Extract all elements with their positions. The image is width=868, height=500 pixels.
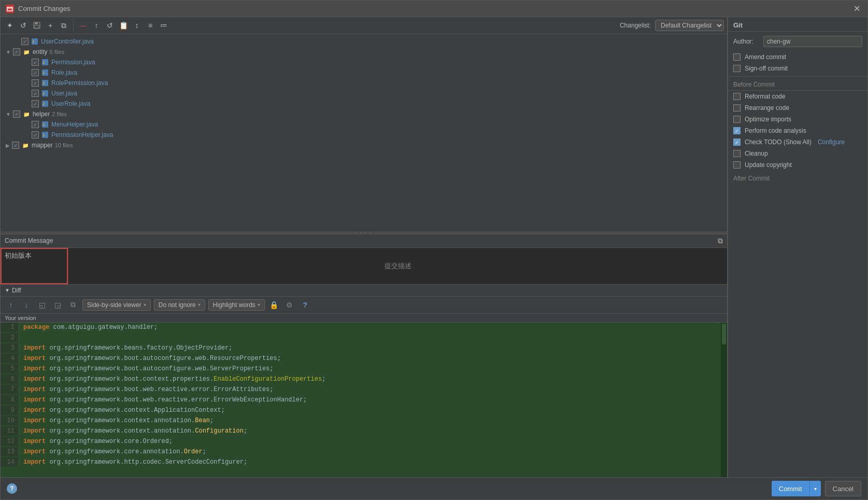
- code-text: import org.springframework.context.annot…: [19, 416, 218, 425]
- cleanup-checkbox[interactable]: [733, 150, 741, 157]
- line-num: 14: [1, 457, 19, 467]
- right-panel: Git Author: Amend commit Sign-off commit…: [728, 17, 867, 477]
- signoff-commit-checkbox[interactable]: [733, 65, 741, 72]
- up-btn[interactable]: ↑: [90, 19, 103, 32]
- scroll-bar[interactable]: [721, 323, 727, 478]
- diff-down-btn[interactable]: ↓: [20, 299, 33, 311]
- help-icon[interactable]: ?: [7, 483, 17, 494]
- signoff-commit-row[interactable]: Sign-off commit: [728, 63, 867, 74]
- checkbox-user[interactable]: [32, 90, 39, 97]
- check-todo-checkbox[interactable]: [733, 138, 741, 146]
- checkbox-userrole[interactable]: [32, 100, 39, 107]
- commit-button-main[interactable]: Commit: [772, 481, 810, 496]
- code-line-10: 10 import org.springframework.context.an…: [1, 416, 727, 426]
- rearrange-code-checkbox[interactable]: [733, 104, 741, 112]
- checkbox-usercontroller[interactable]: [21, 38, 29, 45]
- paste-btn[interactable]: 📋: [117, 19, 130, 32]
- code-text: package com.atguigu.gateway.handler;: [19, 323, 162, 332]
- folder-icon-mapper: 📁: [21, 141, 30, 149]
- diff-code-area[interactable]: 1 package com.atguigu.gateway.handler; 2…: [1, 323, 727, 478]
- code-text: import org.springframework.boot.web.reac…: [19, 385, 278, 394]
- diff-header: ▼ Diff: [1, 285, 727, 297]
- list-item[interactable]: J RolePermission.java: [1, 78, 727, 88]
- configure-link[interactable]: Configure: [818, 138, 845, 146]
- list-item[interactable]: J PermissionHelper.java: [1, 130, 727, 140]
- commit-button-arrow[interactable]: ▾: [810, 481, 821, 496]
- viewer-dropdown[interactable]: Side-by-side viewer ▾: [82, 299, 151, 311]
- commit-message-section: Commit Message ⧉ 初始版本 提交描述: [1, 234, 727, 284]
- perform-code-analysis-checkbox[interactable]: [733, 127, 741, 134]
- list-item[interactable]: J User.java: [1, 88, 727, 99]
- checkbox-permission[interactable]: [32, 59, 39, 66]
- svg-point-1: [8, 7, 9, 8]
- diff-next-btn[interactable]: ◲: [51, 299, 64, 311]
- diff-section: ▼ Diff ↑ ↓ ◱ ◲ ⧉ Side-by-side viewer ▾: [1, 284, 727, 478]
- checkbox-role[interactable]: [32, 69, 39, 76]
- list-item[interactable]: J Role.java: [1, 67, 727, 78]
- code-text: [19, 333, 27, 335]
- checkbox-permissionhelper[interactable]: [32, 131, 39, 138]
- checkbox-helper[interactable]: [13, 110, 20, 118]
- perform-code-analysis-row[interactable]: Perform code analysis: [728, 125, 867, 136]
- ignore-dropdown[interactable]: Do not ignore ▾: [154, 299, 205, 311]
- close-button[interactable]: ✕: [851, 4, 862, 13]
- rearrange-code-row[interactable]: Rearrange code: [728, 102, 867, 114]
- title-bar: Commit Changes ✕: [1, 1, 867, 17]
- java-file-icon: J: [41, 120, 49, 129]
- line-num: 10: [1, 416, 19, 425]
- code-content: 1 package com.atguigu.gateway.handler; 2…: [1, 323, 727, 468]
- commit-message-text: 初始版本: [5, 251, 32, 260]
- move-btn[interactable]: ↕: [131, 19, 143, 32]
- changelist-label: Changelist:: [620, 22, 651, 29]
- diff-up-btn[interactable]: ↑: [5, 299, 17, 311]
- checkbox-rolepermission[interactable]: [32, 79, 39, 87]
- list-item[interactable]: J Permission.java: [1, 57, 727, 67]
- lock-btn[interactable]: 🔒: [268, 299, 280, 311]
- help-btn[interactable]: ?: [299, 299, 311, 311]
- cancel-button[interactable]: Cancel: [825, 481, 861, 496]
- update-copyright-checkbox[interactable]: [733, 161, 741, 169]
- author-input[interactable]: [763, 36, 862, 47]
- reformat-code-checkbox[interactable]: [733, 93, 741, 100]
- filter-btn[interactable]: ≔: [158, 19, 170, 32]
- commit-button[interactable]: Commit ▾: [772, 481, 821, 496]
- code-line-2: 2: [1, 333, 727, 343]
- amend-commit-row[interactable]: Amend commit: [728, 51, 867, 63]
- list-item[interactable]: ▶ 📁 mapper 10 files: [1, 140, 727, 150]
- check-todo-row[interactable]: Check TODO (Show All) Configure: [728, 136, 867, 148]
- checkbox-menuhelper[interactable]: [32, 121, 39, 128]
- list-item[interactable]: J MenuHelper.java: [1, 119, 727, 130]
- list-item[interactable]: ▼ 📁 entity 5 files: [1, 47, 727, 57]
- diff-copy-btn[interactable]: ⧉: [67, 299, 79, 311]
- line-num: 13: [1, 447, 19, 456]
- diff-toggle[interactable]: ▼ Diff: [5, 287, 21, 294]
- folder-icon-helper: 📁: [22, 110, 31, 118]
- save-btn[interactable]: [31, 19, 43, 32]
- list-item[interactable]: J UserController.java: [1, 36, 727, 47]
- settings-btn[interactable]: ⚙: [283, 299, 296, 311]
- amend-commit-checkbox[interactable]: [733, 53, 741, 61]
- checkbox-entity[interactable]: [13, 48, 20, 55]
- add-btn[interactable]: ✦: [4, 19, 16, 32]
- update-copyright-row[interactable]: Update copyright: [728, 159, 867, 171]
- plus-btn[interactable]: +: [44, 19, 56, 32]
- highlight-dropdown[interactable]: Highlight words ▾: [208, 299, 265, 311]
- optimize-imports-row[interactable]: Optimize imports: [728, 114, 867, 125]
- list-item[interactable]: J UserRole.java: [1, 99, 727, 109]
- copy-btn[interactable]: ⧉: [58, 19, 70, 32]
- changelist-select[interactable]: Default Changelist: [655, 20, 724, 31]
- cleanup-row[interactable]: Cleanup: [728, 148, 867, 159]
- reformat-code-row[interactable]: Reformat code: [728, 91, 867, 102]
- file-tree[interactable]: J UserController.java ▼ 📁 entity 5 files…: [1, 34, 727, 231]
- remove-btn[interactable]: —: [77, 19, 89, 32]
- diff-prev-btn[interactable]: ◱: [36, 299, 48, 311]
- refresh-btn[interactable]: ↺: [17, 19, 30, 32]
- optimize-imports-checkbox[interactable]: [733, 116, 741, 123]
- expand-icon[interactable]: ⧉: [718, 237, 723, 245]
- sort-btn[interactable]: ≡: [144, 19, 156, 32]
- list-item[interactable]: ▼ 📁 helper 2 files: [1, 109, 727, 119]
- commit-message-label: Commit Message: [5, 237, 53, 244]
- undo-btn[interactable]: ↺: [104, 19, 116, 32]
- checkbox-mapper[interactable]: [12, 142, 19, 149]
- scroll-thumb: [722, 324, 726, 344]
